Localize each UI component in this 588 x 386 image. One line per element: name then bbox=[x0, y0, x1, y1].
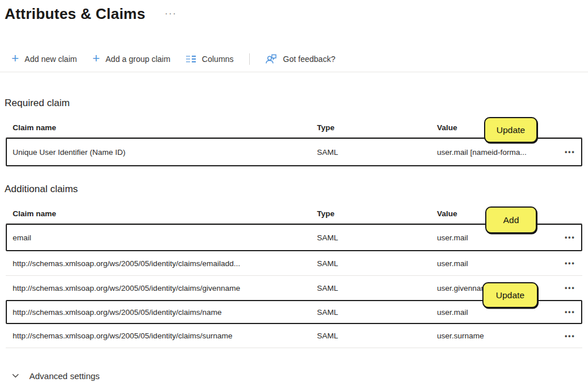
claim-type-cell: SAML bbox=[317, 233, 437, 242]
additional-claims-row-surname[interactable]: http://schemas.xmlsoap.org/ws/2005/05/id… bbox=[6, 324, 582, 348]
page-more-menu-icon[interactable]: ··· bbox=[165, 8, 177, 18]
columns-icon bbox=[186, 55, 196, 63]
attributes-and-claims-page: Attributes & Claims ··· + Add new claim … bbox=[0, 0, 588, 386]
row-context-menu-icon[interactable]: ••• bbox=[564, 260, 575, 266]
claim-type-cell: SAML bbox=[317, 259, 437, 268]
column-header-type: Type bbox=[317, 209, 437, 218]
row-context-menu-icon[interactable]: ••• bbox=[564, 285, 575, 291]
claim-value-cell: user.mail [nameid-forma... bbox=[437, 148, 552, 157]
row-context-menu-icon[interactable]: ••• bbox=[564, 333, 575, 339]
row-context-menu-icon[interactable]: ••• bbox=[564, 309, 575, 315]
got-feedback-label: Got feedback? bbox=[283, 54, 335, 64]
add-new-claim-button[interactable]: + Add new claim bbox=[11, 54, 77, 64]
add-new-claim-label: Add new claim bbox=[25, 54, 77, 64]
claim-name-cell: http://schemas.xmlsoap.org/ws/2005/05/id… bbox=[13, 259, 317, 268]
chevron-down-icon bbox=[11, 372, 20, 380]
claim-type-cell: SAML bbox=[317, 332, 437, 340]
command-bar: + Add new claim + Add a group claim Colu… bbox=[11, 50, 588, 68]
claim-name-cell: http://schemas.xmlsoap.org/ws/2005/05/id… bbox=[13, 284, 317, 293]
page-header: Attributes & Claims ··· bbox=[5, 3, 588, 24]
advanced-settings-toggle[interactable]: Advanced settings bbox=[11, 369, 588, 383]
annotation-callout-add-email: Add bbox=[485, 206, 537, 233]
column-header-type: Type bbox=[317, 123, 437, 132]
toolbar-divider bbox=[249, 53, 250, 65]
add-group-claim-button[interactable]: + Add a group claim bbox=[92, 54, 171, 64]
claim-name-cell: email bbox=[13, 233, 317, 242]
claim-value-cell: user.mail bbox=[437, 259, 552, 268]
toolbar-separator bbox=[0, 72, 588, 72]
column-header-claim-name: Claim name bbox=[13, 123, 317, 132]
claim-type-cell: SAML bbox=[317, 308, 437, 317]
required-claim-heading: Required claim bbox=[5, 98, 588, 111]
advanced-settings-label: Advanced settings bbox=[29, 371, 100, 381]
additional-claims-heading: Additional claims bbox=[5, 184, 588, 197]
additional-claims-row-emailaddress[interactable]: http://schemas.xmlsoap.org/ws/2005/05/id… bbox=[6, 251, 582, 276]
claim-name-cell: http://schemas.xmlsoap.org/ws/2005/05/id… bbox=[13, 308, 317, 317]
plus-icon: + bbox=[11, 53, 19, 64]
claim-value-cell: user.surname bbox=[437, 332, 552, 340]
claim-value-cell: user.mail bbox=[437, 308, 552, 317]
claim-type-cell: SAML bbox=[317, 148, 437, 157]
row-context-menu-icon[interactable]: ••• bbox=[564, 149, 575, 155]
claim-type-cell: SAML bbox=[317, 284, 437, 293]
column-header-claim-name: Claim name bbox=[13, 209, 317, 218]
plus-icon: + bbox=[92, 53, 100, 64]
columns-button[interactable]: Columns bbox=[186, 54, 234, 64]
claim-name-cell: http://schemas.xmlsoap.org/ws/2005/05/id… bbox=[13, 332, 317, 340]
annotation-callout-update-name: Update bbox=[482, 282, 538, 308]
annotation-callout-update-required: Update bbox=[484, 117, 537, 143]
claim-value-cell: user.mail bbox=[437, 233, 552, 242]
columns-label: Columns bbox=[202, 54, 234, 64]
claim-name-cell: Unique User Identifier (Name ID) bbox=[13, 148, 317, 157]
got-feedback-button[interactable]: Got feedback? bbox=[265, 53, 335, 65]
page-title: Attributes & Claims bbox=[5, 5, 145, 23]
feedback-person-chat-icon bbox=[265, 53, 277, 65]
add-group-claim-label: Add a group claim bbox=[106, 54, 171, 64]
row-context-menu-icon[interactable]: ••• bbox=[564, 235, 575, 240]
